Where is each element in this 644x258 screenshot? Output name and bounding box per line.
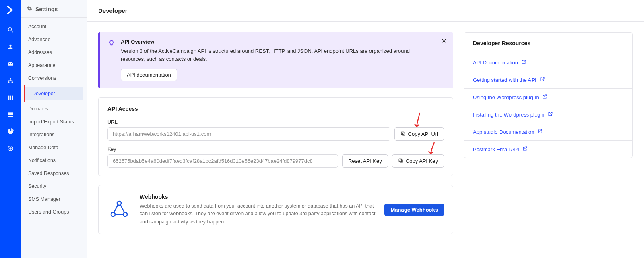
automations-icon[interactable] bbox=[5, 77, 16, 85]
resource-label: Getting started with the API bbox=[473, 77, 537, 83]
api-access-title: API Access bbox=[107, 106, 444, 112]
svg-rect-18 bbox=[402, 133, 405, 135]
resource-link-api-documentation[interactable]: API Documentation bbox=[464, 54, 632, 71]
content-left: API Overview Version 3 of the ActiveCamp… bbox=[98, 32, 453, 234]
api-documentation-button-label: API documentation bbox=[127, 72, 171, 77]
sidebar-item-import-export[interactable]: Import/Export Status bbox=[21, 115, 87, 128]
sidebar-item-security[interactable]: Security bbox=[21, 180, 87, 193]
sidebar-item-manage-data[interactable]: Manage Data bbox=[21, 141, 87, 154]
resource-label: API Documentation bbox=[473, 60, 518, 66]
resource-label: Installing the Wordpress plugin bbox=[473, 112, 545, 118]
lists-icon[interactable] bbox=[5, 110, 16, 119]
webhooks-description: Webhooks are used to send data from your… bbox=[140, 202, 376, 226]
sidebar-item-sms-manager[interactable]: SMS Manager bbox=[21, 193, 87, 206]
gear-icon bbox=[27, 6, 32, 12]
resource-link-getting-started[interactable]: Getting started with the API bbox=[464, 71, 632, 89]
sidebar-item-account[interactable]: Account bbox=[21, 20, 87, 33]
svg-rect-7 bbox=[8, 96, 9, 100]
webhooks-card: Webhooks Webhooks are used to send data … bbox=[98, 185, 453, 234]
resource-link-installing-wordpress[interactable]: Installing the Wordpress plugin bbox=[464, 106, 632, 123]
manage-webhooks-label: Manage Webhooks bbox=[390, 207, 438, 212]
copy-api-url-label: Copy API Url bbox=[408, 131, 438, 137]
page-title: Developer bbox=[87, 0, 644, 22]
search-icon[interactable] bbox=[5, 26, 16, 34]
resource-label: Postmark Email API bbox=[473, 146, 519, 152]
resource-label: App studio Documentation bbox=[473, 129, 534, 135]
copy-api-key-button[interactable]: Copy API Key bbox=[392, 154, 444, 168]
sidebar-item-developer[interactable]: Developer bbox=[25, 87, 83, 100]
svg-rect-9 bbox=[12, 96, 13, 100]
sidebar-item-appearance[interactable]: Appearance bbox=[21, 59, 87, 72]
svg-rect-5 bbox=[8, 82, 9, 83]
copy-api-url-button[interactable]: Copy API Url bbox=[394, 127, 444, 141]
reset-api-key-label: Reset API Key bbox=[348, 158, 382, 164]
external-link-icon bbox=[521, 59, 526, 66]
copy-icon bbox=[400, 131, 406, 137]
api-access-card: API Access URL https://arhamwebworks1240… bbox=[98, 97, 453, 176]
webhooks-title: Webhooks bbox=[140, 194, 376, 200]
app-logo-icon[interactable] bbox=[5, 5, 16, 17]
close-icon[interactable] bbox=[441, 38, 447, 45]
sidebar-title: Settings bbox=[35, 6, 58, 12]
lightbulb-icon bbox=[108, 40, 115, 81]
api-url-input[interactable]: https://arhamwebworks12401.api-us1.com bbox=[107, 127, 390, 141]
sidebar-list: Account Advanced Addresses Appearance Co… bbox=[21, 18, 87, 221]
resource-link-app-studio[interactable]: App studio Documentation bbox=[464, 123, 632, 141]
content: API Overview Version 3 of the ActiveCamp… bbox=[87, 22, 644, 245]
svg-rect-12 bbox=[8, 116, 13, 117]
svg-rect-21 bbox=[399, 159, 402, 162]
sidebar-header: Settings bbox=[21, 0, 87, 18]
svg-rect-8 bbox=[10, 96, 11, 100]
main-column: Developer API Overview Version 3 of the … bbox=[87, 0, 644, 258]
sidebar-item-domains[interactable]: Domains bbox=[21, 102, 87, 115]
api-documentation-button[interactable]: API documentation bbox=[121, 69, 177, 81]
sidebar-item-notifications[interactable]: Notifications bbox=[21, 154, 87, 167]
sidebar-item-users-groups[interactable]: Users and Groups bbox=[21, 206, 87, 218]
svg-point-0 bbox=[8, 28, 12, 31]
svg-point-24 bbox=[123, 212, 127, 216]
external-link-icon bbox=[548, 111, 553, 118]
annotation-highlight-developer: Developer bbox=[24, 85, 83, 102]
svg-rect-10 bbox=[8, 112, 13, 114]
banner-description: Version 3 of the ActiveCampaign API is s… bbox=[121, 47, 433, 63]
url-label: URL bbox=[107, 119, 444, 125]
reports-icon[interactable] bbox=[5, 127, 16, 135]
reset-api-key-button[interactable]: Reset API Key bbox=[342, 154, 388, 168]
external-link-icon bbox=[522, 146, 528, 152]
key-row: 652575bdab5e4a60dedf7faed3fcaf28a1bc2afd… bbox=[107, 154, 444, 168]
svg-rect-6 bbox=[12, 82, 13, 83]
add-icon[interactable] bbox=[5, 144, 16, 152]
webhook-icon bbox=[107, 197, 131, 223]
sidebar-item-integrations[interactable]: Integrations bbox=[21, 128, 87, 141]
resources-title: Developer Resources bbox=[464, 33, 632, 54]
sidebar-item-addresses[interactable]: Addresses bbox=[21, 46, 87, 59]
copy-icon bbox=[398, 158, 403, 164]
svg-rect-19 bbox=[401, 132, 404, 135]
developer-resources-card: Developer Resources API Documentation Ge… bbox=[464, 32, 633, 158]
svg-line-1 bbox=[11, 31, 13, 32]
resource-link-postmark[interactable]: Postmark Email API bbox=[464, 141, 632, 158]
manage-webhooks-button[interactable]: Manage Webhooks bbox=[384, 204, 444, 216]
api-key-input[interactable]: 652575bdab5e4a60dedf7faed3fcaf28a1bc2afd… bbox=[107, 154, 338, 168]
sidebar-item-saved-responses[interactable]: Saved Responses bbox=[21, 167, 87, 180]
url-row: https://arhamwebworks12401.api-us1.com C… bbox=[107, 127, 444, 141]
external-link-icon bbox=[537, 129, 543, 135]
external-link-icon bbox=[540, 77, 545, 83]
svg-point-23 bbox=[111, 212, 115, 216]
svg-point-2 bbox=[9, 45, 11, 47]
banner-title: API Overview bbox=[121, 39, 433, 45]
deals-icon[interactable] bbox=[5, 94, 16, 102]
resource-link-wordpress-plugin[interactable]: Using the Wordpress plug-in bbox=[464, 89, 632, 106]
sidebar-item-conversions[interactable]: Conversions bbox=[21, 72, 87, 85]
svg-rect-20 bbox=[400, 160, 402, 162]
svg-rect-11 bbox=[8, 114, 13, 115]
svg-rect-4 bbox=[10, 78, 11, 79]
resource-label: Using the Wordpress plug-in bbox=[473, 94, 539, 100]
api-overview-banner: API Overview Version 3 of the ActiveCamp… bbox=[98, 32, 453, 88]
svg-rect-3 bbox=[8, 62, 13, 65]
mail-icon[interactable] bbox=[5, 60, 16, 68]
nav-rail bbox=[0, 0, 21, 258]
sidebar-item-advanced[interactable]: Advanced bbox=[21, 33, 87, 46]
app-root: Settings Account Advanced Addresses Appe… bbox=[0, 0, 644, 258]
contacts-icon[interactable] bbox=[5, 43, 16, 51]
